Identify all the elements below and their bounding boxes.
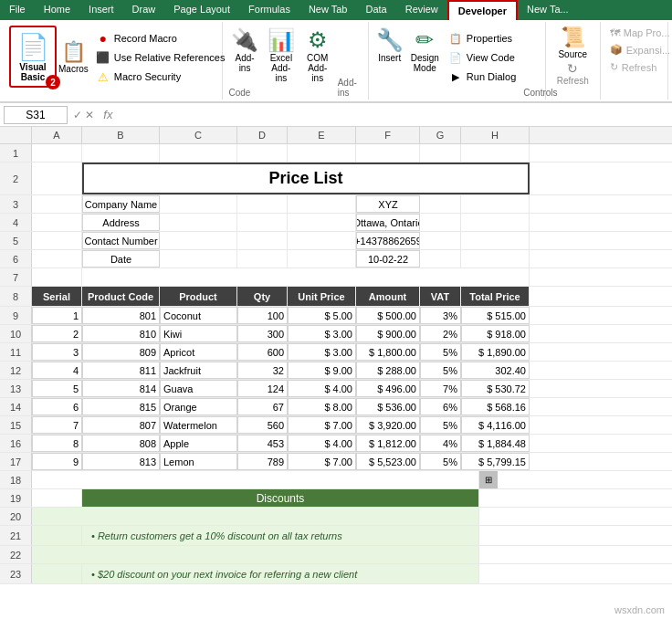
- name-box[interactable]: [4, 106, 68, 124]
- cell[interactable]: [32, 250, 82, 268]
- cell[interactable]: $ 5,523.00: [356, 453, 420, 470]
- cell[interactable]: [82, 144, 160, 162]
- cell[interactable]: [160, 214, 237, 231]
- cell[interactable]: Orange: [160, 398, 237, 415]
- col-product-code-header[interactable]: Product Code: [82, 287, 160, 306]
- cell[interactable]: Watermelon: [160, 416, 237, 434]
- price-list-title[interactable]: Price List: [82, 163, 530, 194]
- cell[interactable]: 809: [82, 343, 160, 361]
- col-qty-header[interactable]: Qty: [237, 287, 288, 306]
- cell[interactable]: 5%: [420, 362, 461, 379]
- cell[interactable]: [461, 144, 530, 162]
- tab-page-layout[interactable]: Page Layout: [164, 0, 239, 20]
- discount-text-2[interactable]: • $20 discount on your next invoice for …: [82, 564, 479, 583]
- cell[interactable]: 807: [82, 416, 160, 434]
- cell[interactable]: 5%: [420, 343, 461, 361]
- expansion-button[interactable]: 📦 Expansi...: [606, 42, 672, 58]
- cell[interactable]: 814: [82, 380, 160, 397]
- cell[interactable]: 815: [82, 398, 160, 415]
- cell[interactable]: [420, 250, 461, 268]
- cell[interactable]: $ 7.00: [288, 453, 356, 470]
- cell[interactable]: Coconut: [160, 307, 237, 324]
- cell[interactable]: Jackfruit: [160, 362, 237, 379]
- cell[interactable]: 2: [32, 325, 82, 342]
- cell[interactable]: 560: [237, 416, 288, 434]
- discount-text-1[interactable]: • Return customers get a 10% discount on…: [82, 526, 479, 545]
- cell[interactable]: $ 536.00: [356, 398, 420, 415]
- cell[interactable]: Lemon: [160, 453, 237, 470]
- cell[interactable]: XYZ: [356, 195, 420, 213]
- cell[interactable]: 808: [82, 435, 160, 452]
- cell[interactable]: 5: [32, 380, 82, 397]
- cell[interactable]: Company Name: [82, 195, 160, 213]
- cell[interactable]: [32, 214, 82, 231]
- tab-review[interactable]: Review: [396, 0, 447, 20]
- cell[interactable]: $ 3,920.00: [356, 416, 420, 434]
- cell[interactable]: Kiwi: [160, 325, 237, 342]
- cell[interactable]: [237, 232, 288, 249]
- refresh-small-button[interactable]: ↻ Refresh: [606, 59, 661, 75]
- cell[interactable]: [32, 471, 479, 488]
- cell[interactable]: [288, 195, 356, 213]
- tab-draw[interactable]: Draw: [123, 0, 165, 20]
- cell[interactable]: $ 1,800.00: [356, 343, 420, 361]
- tab-data[interactable]: Data: [357, 0, 396, 20]
- cell[interactable]: $ 900.00: [356, 325, 420, 342]
- cell[interactable]: $ 496.00: [356, 380, 420, 397]
- view-code-button[interactable]: 📄 View Code: [445, 48, 520, 67]
- cell[interactable]: 4%: [420, 435, 461, 452]
- cell[interactable]: $ 3.00: [288, 325, 356, 342]
- cell[interactable]: $ 4.00: [288, 435, 356, 452]
- cell[interactable]: $ 9.00: [288, 362, 356, 379]
- cell[interactable]: Apple: [160, 435, 237, 452]
- cell[interactable]: 302.40: [461, 362, 530, 379]
- cell[interactable]: [288, 250, 356, 268]
- cell[interactable]: [420, 232, 461, 249]
- cell[interactable]: [160, 250, 237, 268]
- cell[interactable]: [237, 144, 288, 162]
- cell[interactable]: 124: [237, 380, 288, 397]
- cell[interactable]: [32, 144, 82, 162]
- cell[interactable]: $ 1,884.48: [461, 435, 530, 452]
- cell[interactable]: $ 1,812.00: [356, 435, 420, 452]
- cell[interactable]: 7%: [420, 380, 461, 397]
- cell[interactable]: [237, 195, 288, 213]
- tab-new-tab[interactable]: New Tab: [299, 0, 357, 20]
- cell[interactable]: 6: [32, 398, 82, 415]
- cell[interactable]: $ 5,799.15: [461, 453, 530, 470]
- cell[interactable]: 8: [32, 435, 82, 452]
- properties-button[interactable]: 📋 Properties: [445, 29, 520, 47]
- cell[interactable]: 5%: [420, 453, 461, 470]
- macro-security-button[interactable]: ⚠ Macro Security: [92, 68, 229, 86]
- cell[interactable]: Guava: [160, 380, 237, 397]
- refresh-button[interactable]: ↻ Refresh: [550, 61, 595, 86]
- cell[interactable]: Date: [82, 250, 160, 268]
- cell[interactable]: $ 918.00: [461, 325, 530, 342]
- cell[interactable]: [32, 163, 82, 194]
- cell[interactable]: [461, 195, 530, 213]
- col-amount-header[interactable]: Amount: [356, 287, 420, 306]
- cell[interactable]: 300: [237, 325, 288, 342]
- macros-button[interactable]: 📋 Macros: [58, 26, 89, 88]
- cell[interactable]: 100: [237, 307, 288, 324]
- formula-input[interactable]: [120, 109, 668, 121]
- col-total-price-header[interactable]: Total Price: [461, 287, 530, 306]
- cell[interactable]: [420, 144, 461, 162]
- cell[interactable]: [461, 250, 530, 268]
- expand-button[interactable]: ⊞: [479, 471, 498, 488]
- add-ins-button[interactable]: 🔌 Add-ins: [228, 26, 261, 75]
- cell[interactable]: 32: [237, 362, 288, 379]
- cell[interactable]: [160, 144, 237, 162]
- cell[interactable]: 813: [82, 453, 160, 470]
- tab-developer[interactable]: Developer: [447, 0, 518, 20]
- cell[interactable]: 9: [32, 453, 82, 470]
- cell[interactable]: [461, 232, 530, 249]
- cell[interactable]: 6%: [420, 398, 461, 415]
- cell[interactable]: 789: [237, 453, 288, 470]
- cell[interactable]: Ottawa, Ontario: [356, 214, 420, 231]
- cell[interactable]: [32, 564, 82, 583]
- col-product-header[interactable]: Product: [160, 287, 237, 306]
- run-dialog-button[interactable]: ▶ Run Dialog: [445, 68, 520, 86]
- cell[interactable]: $ 568.16: [461, 398, 530, 415]
- cell[interactable]: $ 530.72: [461, 380, 530, 397]
